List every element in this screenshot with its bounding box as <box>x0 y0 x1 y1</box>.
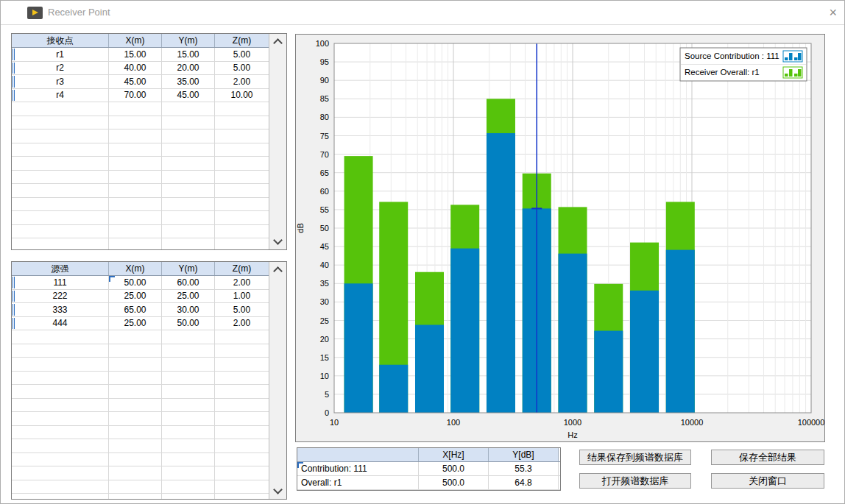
table-row[interactable]: Overall: r1500.064.8 <box>297 476 560 490</box>
table-empty-row <box>12 171 269 185</box>
table-row[interactable]: r240.0020.005.00 <box>12 62 269 76</box>
table-row[interactable]: 33365.0030.005.00 <box>12 303 269 317</box>
table-row[interactable]: 22225.0025.001.00 <box>12 290 269 304</box>
table-cell <box>162 330 215 344</box>
table-cell[interactable]: 25.00 <box>109 317 162 330</box>
table-cell <box>109 372 162 385</box>
table-cell <box>12 480 109 494</box>
table-cell[interactable]: 60.00 <box>162 276 215 289</box>
table-empty-row <box>12 372 269 386</box>
scroll-down-icon[interactable] <box>273 485 283 494</box>
table-cell[interactable]: 15.00 <box>109 48 162 61</box>
table-cell[interactable]: 5.00 <box>215 62 269 75</box>
svg-text:100000: 100000 <box>798 418 824 427</box>
table-cell <box>215 399 269 412</box>
table-cell[interactable]: 10.00 <box>215 89 269 102</box>
table-cell[interactable]: 2.00 <box>215 276 269 289</box>
svg-text:10: 10 <box>320 372 329 380</box>
table-header-row: 源强X(m)Y(m)Z(m) <box>12 262 269 276</box>
table-row[interactable]: r345.0035.002.00 <box>12 75 269 89</box>
table-cell[interactable]: 25.00 <box>109 290 162 303</box>
table-cell <box>12 198 109 211</box>
table-cell[interactable]: 2.00 <box>215 75 269 88</box>
table-cell[interactable]: 55.3 <box>489 462 559 475</box>
table-row[interactable]: 44425.0050.002.00 <box>12 317 269 331</box>
table-empty-row <box>12 184 269 198</box>
table-cell[interactable]: 70.00 <box>109 89 162 102</box>
table-cell <box>12 466 109 480</box>
table-row[interactable]: Contribution: 111500.055.3 <box>297 462 560 476</box>
svg-text:55: 55 <box>320 205 329 214</box>
table-cell[interactable]: 500.0 <box>419 462 489 475</box>
table-cell[interactable]: 50.00 <box>109 276 162 289</box>
table-cell[interactable]: 20.00 <box>162 62 215 75</box>
table-cell <box>109 171 162 184</box>
table-cell[interactable]: 111 <box>12 276 109 289</box>
table-header-cell: 源强 <box>12 262 109 275</box>
table-row[interactable]: 11150.0060.002.00 <box>12 276 269 290</box>
table-cell <box>215 426 269 439</box>
table-cell[interactable]: r3 <box>12 75 109 88</box>
table-row[interactable]: r470.0045.0010.00 <box>12 89 269 103</box>
table-cell <box>215 238 269 249</box>
table-cell[interactable]: 333 <box>12 303 109 316</box>
table-cell[interactable]: 1.00 <box>215 290 269 303</box>
table-cell[interactable]: r4 <box>12 89 109 102</box>
scroll-down-icon[interactable] <box>273 235 283 245</box>
table-empty-row <box>12 211 269 225</box>
table-row[interactable]: r115.0015.005.00 <box>12 48 269 62</box>
table-cell[interactable]: r2 <box>12 62 109 75</box>
table-cell <box>12 412 109 425</box>
scroll-up-icon[interactable] <box>273 38 283 48</box>
cursor-results-table: X[Hz]Y[dB]Contribution: 111500.055.3Over… <box>297 448 560 490</box>
table-header-cell <box>297 448 419 461</box>
save-to-spectrum-db-button[interactable]: 结果保存到频谱数据库 <box>579 450 691 465</box>
table-cell[interactable]: 444 <box>12 317 109 330</box>
table-cell[interactable]: 30.00 <box>162 303 215 316</box>
scroll-up-icon[interactable] <box>273 266 283 276</box>
table-cell <box>215 225 269 238</box>
table-cell <box>109 198 162 211</box>
receiver-table-scrollbar[interactable] <box>269 34 286 249</box>
open-spectrum-db-button[interactable]: 打开频谱数据库 <box>579 473 691 489</box>
table-cell[interactable]: 222 <box>12 290 109 303</box>
table-cell <box>12 494 109 499</box>
table-cell <box>215 494 269 499</box>
table-cell <box>162 184 215 197</box>
labview-app-icon <box>27 7 43 19</box>
table-cell[interactable]: 45.00 <box>109 75 162 88</box>
save-all-results-button[interactable]: 保存全部结果 <box>711 450 824 465</box>
table-cell <box>109 385 162 398</box>
table-cell[interactable]: Overall: r1 <box>297 476 419 489</box>
table-cell[interactable]: 35.00 <box>162 75 215 88</box>
table-cell[interactable]: 65.00 <box>109 303 162 316</box>
table-empty-row <box>12 358 269 372</box>
table-header-cell: Y[dB] <box>489 448 559 461</box>
table-cell[interactable]: 15.00 <box>162 48 215 61</box>
table-cell[interactable]: 2.00 <box>215 317 269 330</box>
table-cell <box>215 480 269 494</box>
table-cell[interactable]: 5.00 <box>215 303 269 316</box>
table-cell[interactable]: Contribution: 111 <box>297 462 419 475</box>
table-cell <box>215 198 269 211</box>
table-cell[interactable]: r1 <box>12 48 109 61</box>
close-window-button[interactable]: 关闭窗口 <box>711 473 824 489</box>
table-cell[interactable]: 40.00 <box>109 62 162 75</box>
table-cell <box>162 143 215 157</box>
spectrum-chart[interactable]: 0510152025303540455055606570758085909510… <box>296 35 824 441</box>
table-cell <box>12 129 109 143</box>
table-cell <box>162 198 215 211</box>
table-cell[interactable]: 500.0 <box>419 476 489 489</box>
source-table-scrollbar[interactable] <box>269 262 286 499</box>
table-cell <box>162 453 215 466</box>
table-cell[interactable]: 5.00 <box>215 48 269 61</box>
close-icon[interactable]: × <box>829 4 837 21</box>
receiver-points-panel: 接收点X(m)Y(m)Z(m)r115.0015.005.00r240.0020… <box>11 33 287 250</box>
table-cell[interactable]: 45.00 <box>162 89 215 102</box>
table-empty-row <box>12 143 269 157</box>
table-cell[interactable]: 64.8 <box>489 476 559 489</box>
table-cell <box>215 358 269 371</box>
table-cell[interactable]: 50.00 <box>162 317 215 330</box>
svg-text:70: 70 <box>320 150 329 159</box>
table-cell[interactable]: 25.00 <box>162 290 215 303</box>
